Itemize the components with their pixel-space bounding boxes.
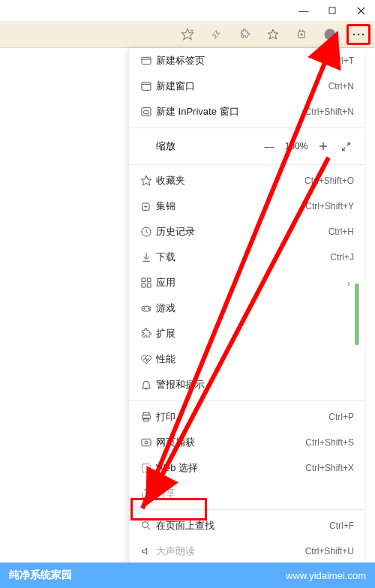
menu-item-label: 新建窗口 [156, 80, 328, 93]
watermark: 纯净系统家园 www.yidaimei.com [0, 562, 375, 588]
menu-item-label: 打印 [156, 410, 328, 424]
svg-point-40 [148, 308, 148, 308]
zoom-label: 缩放 [156, 140, 258, 153]
svg-point-14 [358, 33, 360, 35]
svg-rect-16 [142, 57, 151, 64]
menu-item-label: 大声朗读 [156, 544, 305, 558]
menu-favorites[interactable]: 收藏夹 Ctrl+Shift+O [129, 168, 364, 194]
toolbar [0, 21, 375, 48]
games-icon [136, 302, 156, 314]
chevron-right-icon: › [344, 278, 354, 289]
menu-downloads[interactable]: 下载 Ctrl+J [129, 244, 364, 270]
svg-rect-42 [143, 412, 149, 415]
menu-item-shortcut: Ctrl+N [328, 81, 354, 92]
svg-rect-20 [142, 108, 151, 116]
svg-rect-33 [142, 278, 146, 282]
menu-print[interactable]: 打印 Ctrl+P [129, 404, 364, 430]
zoom-out-button[interactable]: — [258, 141, 280, 152]
menu-apps[interactable]: 应用 › [129, 270, 364, 296]
menu-new-tab[interactable]: 新建标签页 Ctrl+T [129, 48, 364, 74]
menu-read-aloud: 大声朗读 Ctrl+Shift+U [129, 538, 364, 564]
svg-rect-35 [142, 284, 146, 287]
svg-rect-18 [142, 82, 151, 91]
svg-line-24 [346, 142, 350, 146]
star-icon [136, 175, 156, 187]
add-favorite-icon[interactable] [176, 24, 200, 45]
divider [129, 509, 364, 510]
menu-item-shortcut: Ctrl+Shift+Y [305, 201, 354, 212]
print-icon [136, 411, 156, 423]
fullscreen-button[interactable] [334, 142, 357, 152]
window-controls: — [290, 0, 375, 21]
svg-point-13 [353, 33, 356, 35]
svg-line-25 [342, 147, 345, 150]
menu-extensions[interactable]: 扩展 [129, 321, 364, 346]
menu-item-label: 新建 InPrivate 窗口 [156, 105, 305, 118]
zoom-in-button[interactable] [312, 142, 334, 151]
menu-item-shortcut: Ctrl+Shift+S [305, 437, 354, 448]
menu-performance[interactable]: 性能 [129, 346, 364, 372]
menu-item-shortcut: Ctrl+Shift+U [305, 546, 354, 556]
speaker-icon [136, 545, 156, 557]
menu-item-label: 收藏夹 [156, 174, 304, 188]
apps-icon [136, 277, 156, 289]
menu-item-label: 在页面上查找 [156, 519, 329, 532]
svg-point-49 [142, 522, 148, 528]
close-button[interactable] [346, 0, 375, 21]
menu-item-label: 警报和提示 [156, 378, 354, 392]
collections-icon[interactable] [290, 24, 314, 45]
svg-point-15 [362, 33, 364, 35]
performance-icon[interactable] [204, 24, 228, 45]
inprivate-icon [136, 106, 156, 118]
menu-item-label: 历史记录 [156, 225, 328, 238]
menu-history[interactable]: 历史记录 Ctrl+H [129, 219, 364, 244]
profile-icon[interactable] [318, 24, 342, 45]
watermark-url: www.yidaimei.com [286, 570, 366, 581]
menu-item-shortcut: Ctrl+J [330, 252, 354, 262]
menu-web-select[interactable]: Web 选择 Ctrl+Shift+X [129, 455, 364, 481]
history-icon [136, 226, 156, 238]
svg-point-41 [148, 309, 149, 310]
menu-item-label: 游戏 [156, 302, 354, 315]
minimize-button[interactable]: — [290, 0, 318, 21]
menu-zoom: 缩放 — 100% [129, 131, 364, 161]
share-icon [136, 488, 156, 500]
svg-rect-45 [142, 439, 151, 446]
favorites-icon[interactable] [261, 24, 285, 45]
collections-icon [136, 200, 156, 212]
menu-games[interactable]: 游戏 [129, 296, 364, 321]
svg-rect-21 [144, 111, 149, 114]
menu-find[interactable]: 在页面上查找 Ctrl+F [129, 513, 364, 538]
menu-item-label: 应用 [156, 276, 344, 290]
more-button[interactable] [346, 24, 370, 45]
menu-item-shortcut: Ctrl+Shift+N [305, 106, 354, 117]
capture-icon [136, 436, 156, 448]
menu-item-shortcut: Ctrl+T [329, 56, 354, 66]
maximize-button[interactable] [318, 0, 346, 21]
menu-alerts[interactable]: 警报和提示 [129, 372, 364, 398]
puzzle-icon [136, 328, 156, 340]
menu-item-shortcut: Ctrl+Shift+O [304, 176, 354, 186]
menu-item-label: 集锦 [156, 200, 305, 213]
svg-line-50 [148, 527, 150, 530]
menu-new-inprivate[interactable]: 新建 InPrivate 窗口 Ctrl+Shift+N [129, 99, 364, 124]
tab-icon [136, 55, 156, 67]
menu-collections[interactable]: 集锦 Ctrl+Shift+Y [129, 194, 364, 219]
menu-new-window[interactable]: 新建窗口 Ctrl+N [129, 74, 364, 99]
svg-rect-36 [147, 284, 151, 287]
main-menu: 新建标签页 Ctrl+T 新建窗口 Ctrl+N 新建 InPrivate 窗口… [129, 48, 364, 588]
svg-point-46 [145, 441, 148, 444]
scrollbar[interactable] [355, 284, 358, 345]
search-icon [136, 520, 156, 532]
menu-item-shortcut: Ctrl+F [329, 520, 354, 531]
svg-rect-44 [144, 418, 149, 421]
svg-rect-34 [147, 278, 151, 282]
extensions-icon[interactable] [232, 24, 256, 45]
menu-web-capture[interactable]: 网页捕获 Ctrl+Shift+S [129, 430, 364, 455]
menu-item-label: Web 选择 [156, 461, 305, 475]
watermark-brand: 纯净系统家园 [9, 568, 72, 582]
window-icon [136, 80, 156, 92]
divider [129, 400, 364, 401]
heart-pulse-icon [136, 353, 156, 365]
bell-icon [136, 379, 156, 391]
